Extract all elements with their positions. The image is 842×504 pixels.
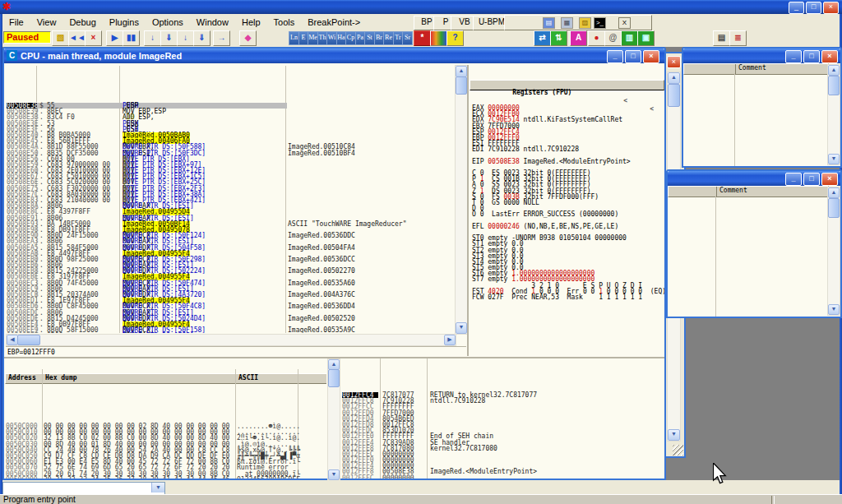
- scroll-down-icon[interactable]: ▼: [668, 429, 680, 441]
- stack-row[interactable]: 0012FFFC00000000: [340, 475, 664, 479]
- scroll-thumb[interactable]: [828, 76, 840, 95]
- comment-window-top-titlebar[interactable]: _ □ ×: [683, 49, 840, 63]
- comment-column-header[interactable]: Comment: [668, 186, 829, 197]
- scroll-thumb[interactable]: [828, 198, 840, 218]
- menu-item-tools[interactable]: Tools: [267, 16, 302, 29]
- sort-icon[interactable]: ⇅: [550, 30, 567, 46]
- go-to-address-button[interactable]: ◆: [239, 30, 257, 46]
- close-program-button[interactable]: ×: [85, 30, 102, 46]
- register-line[interactable]: EIP 00508E38 ImageRed.<ModuleEntryPoint>: [472, 159, 664, 164]
- comment-window-middle-titlebar[interactable]: _ □ ×: [668, 171, 840, 186]
- scroll-down-icon[interactable]: ▼: [456, 322, 467, 334]
- dump-header-address[interactable]: Address: [5, 373, 46, 384]
- record-icon[interactable]: ●: [588, 30, 605, 46]
- resize-grip[interactable]: [673, 445, 683, 455]
- spiral-icon[interactable]: @: [604, 30, 622, 46]
- menu-item-view[interactable]: View: [30, 16, 63, 29]
- help-button[interactable]: ?: [446, 30, 464, 46]
- registers-pane[interactable]: Registers (FPU) < < EAX 00000000ECX 0012…: [470, 65, 664, 356]
- cpu-window[interactable]: C CPU - main thread, module ImageRed _ □…: [2, 47, 666, 480]
- dump-header-extra[interactable]: [298, 373, 326, 384]
- dump-header-ascii[interactable]: ASCII: [235, 373, 302, 384]
- minimize-button[interactable]: _: [785, 50, 802, 63]
- app-titlebar[interactable]: ✱ _ □ ×: [0, 0, 842, 14]
- scroll-up-icon[interactable]: ▲: [668, 72, 680, 84]
- disassembly-pane[interactable]: 00508E38$55PUSH EBP00508E39.8BECMOV EBP,…: [6, 66, 454, 333]
- dump-header-hex[interactable]: Hex dump: [42, 373, 239, 384]
- disasm-row[interactable]: 00508E8C.E8 4397F8FFCALL ImageRed.004955…: [6, 209, 454, 215]
- close-button[interactable]: ×: [821, 173, 838, 186]
- disasm-row[interactable]: 00508E9D.8B0D 24F15000MOV ECX,DWORD PTR …: [6, 233, 454, 238]
- scroll-up-icon[interactable]: ▲: [828, 65, 840, 76]
- disasm-row[interactable]: 00508E83.C683 21040000 00MOV BYTE PTR DS…: [6, 197, 454, 203]
- bars-icon[interactable]: ▥: [621, 30, 638, 46]
- disasm-row[interactable]: 00508EB0.8B0D 98F25000MOV ECX,DWORD PTR …: [6, 257, 454, 262]
- stack-pane[interactable]: 0012FFC47C817077RETURN to kernel32.7C817…: [340, 358, 664, 479]
- scroll-up-icon[interactable]: ▲: [456, 66, 467, 77]
- columns-icon[interactable]: ▤: [713, 30, 730, 46]
- stack-scrollbar[interactable]: ▲ ▼: [327, 358, 340, 480]
- scroll-down-icon[interactable]: ▼: [828, 154, 840, 164]
- swap-icon[interactable]: ⇄: [534, 30, 551, 46]
- restart-button[interactable]: ◄◄: [68, 30, 86, 46]
- menu-close-icon[interactable]: X: [618, 17, 631, 29]
- cpu-window-titlebar[interactable]: C CPU - main thread, module ImageRed _ □…: [4, 49, 664, 63]
- appearance-icon[interactable]: [430, 30, 447, 46]
- menu-item-debug[interactable]: Debug: [62, 16, 102, 29]
- menu-item-file[interactable]: File: [2, 16, 30, 29]
- pause-button[interactable]: ▮▮: [123, 30, 140, 46]
- menu-item-breakpoint[interactable]: BreakPoint->: [301, 16, 367, 29]
- step-into-button[interactable]: ↓: [144, 30, 161, 46]
- close-button[interactable]: ×: [643, 50, 659, 63]
- maximize-button[interactable]: □: [625, 50, 641, 63]
- list-icon[interactable]: ≣: [729, 30, 747, 46]
- ascii-view-icon[interactable]: A: [570, 30, 587, 46]
- command-combobox[interactable]: ▼: [2, 482, 165, 495]
- scroll-up-icon[interactable]: ▲: [828, 187, 840, 198]
- open-file-button[interactable]: ▧: [52, 30, 69, 46]
- comment-top-scrollbar[interactable]: ▲ ▼: [827, 64, 840, 165]
- step-over-button[interactable]: ⇓: [160, 30, 178, 46]
- maximize-button[interactable]: □: [803, 50, 820, 63]
- disasm-row[interactable]: 00508E3E.53PUSH EBX: [6, 121, 454, 127]
- chevron-down-icon[interactable]: ▼: [151, 483, 164, 492]
- disasm-row[interactable]: 00508E3B.83C4 F0ADD ESP,-10: [6, 114, 454, 120]
- comment-middle-scrollbar[interactable]: ▲ ▼: [827, 187, 840, 316]
- register-line[interactable]: FCW 027F Prec NEAR,53 Mask 1 1 1 1 1 1: [472, 294, 664, 300]
- comment-window-top[interactable]: _ □ × Comment ▲ ▼: [682, 47, 842, 168]
- folder-icon[interactable]: ▨: [579, 17, 591, 29]
- disasm-row[interactable]: 00508E38$55PUSH EBP: [6, 103, 454, 109]
- strip-close-icon[interactable]: ×: [667, 56, 681, 68]
- minimize-button[interactable]: _: [785, 173, 802, 186]
- notepad-icon[interactable]: ▦: [561, 17, 573, 29]
- registers-header[interactable]: Registers (FPU) < <: [470, 80, 664, 90]
- scroll-left-icon[interactable]: <: [623, 97, 627, 105]
- screen-icon[interactable]: ▣: [637, 30, 655, 46]
- disassembly-scrollbar[interactable]: ▲ ▼: [455, 65, 468, 335]
- minimize-button[interactable]: _: [607, 50, 623, 63]
- menu-item-window[interactable]: Window: [190, 16, 235, 29]
- scroll-down-icon[interactable]: ▼: [328, 469, 340, 480]
- pane-button-sr[interactable]: Sr: [402, 31, 413, 45]
- close-button[interactable]: ×: [821, 50, 838, 63]
- trace-into-button[interactable]: ↓: [177, 30, 194, 46]
- scroll-thumb[interactable]: [328, 369, 340, 387]
- disasm-row[interactable]: 00508EC3.8B0D 74F45000MOV ECX,DWORD PTR …: [6, 280, 454, 286]
- restore-button[interactable]: □: [806, 2, 821, 14]
- register-line[interactable]: EFL 00000246 (NO,NB,E,BE,NS,PE,GE,LE): [472, 224, 664, 229]
- paste-icon[interactable]: ▤: [543, 17, 555, 29]
- scroll-down-icon[interactable]: ▼: [828, 304, 840, 315]
- scroll-thumb[interactable]: [456, 76, 467, 95]
- comment-window-middle[interactable]: _ □ × Comment ▲ ▼: [666, 169, 842, 318]
- scroll-left-icon[interactable]: ◀: [7, 335, 18, 345]
- menu-item-help[interactable]: Help: [235, 16, 267, 29]
- console-icon[interactable]: >_: [594, 17, 606, 29]
- maximize-button[interactable]: □: [803, 173, 820, 186]
- menu-item-plugins[interactable]: Plugins: [103, 16, 146, 29]
- register-line[interactable]: EDI 7C910228 ntdll.7C910228: [472, 146, 664, 152]
- scroll-thumb[interactable]: [17, 335, 40, 345]
- scroll-thumb[interactable]: [668, 84, 680, 107]
- execute-till-return-button[interactable]: →: [213, 30, 230, 46]
- register-line[interactable]: T 0 GS 0000 NULL: [472, 200, 664, 206]
- options-gear-icon[interactable]: *: [414, 30, 431, 46]
